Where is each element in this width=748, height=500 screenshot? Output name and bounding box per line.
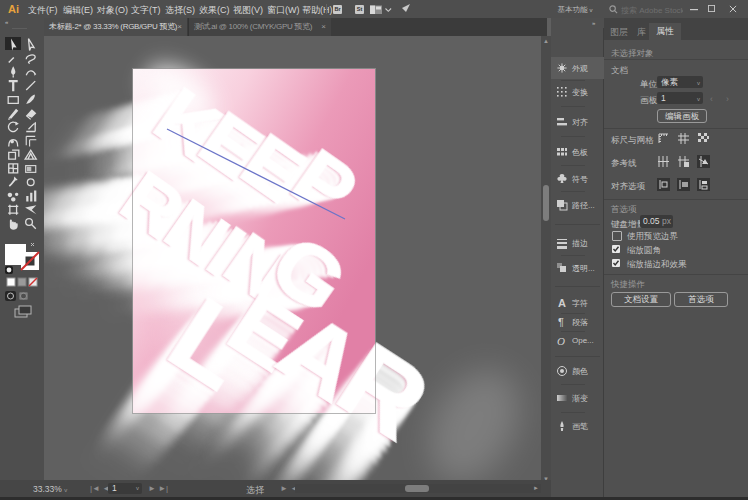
svg-text:¶: ¶ <box>558 316 564 328</box>
svg-text:A: A <box>558 297 566 309</box>
svg-text:O: O <box>557 335 565 347</box>
